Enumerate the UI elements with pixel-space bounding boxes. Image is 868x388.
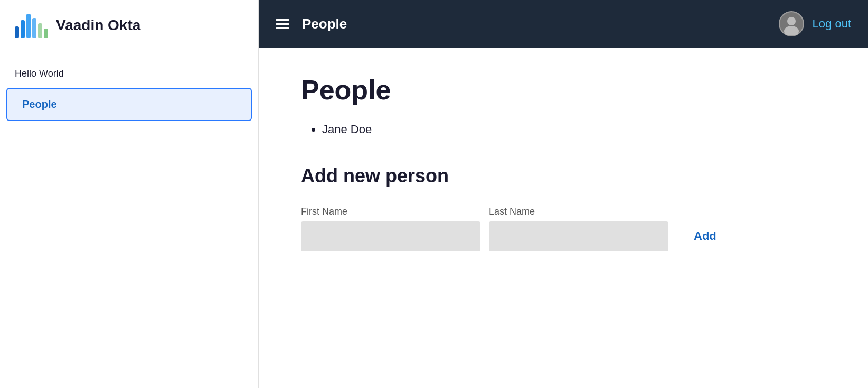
logout-button[interactable]: Log out: [813, 17, 851, 31]
list-item: Jane Doe: [322, 121, 826, 138]
add-person-form: First Name Last Name Add: [301, 206, 826, 251]
svg-rect-4: [38, 23, 42, 38]
hamburger-line-1: [276, 19, 289, 21]
vaadin-logo-svg: [15, 11, 49, 38]
svg-rect-1: [21, 20, 25, 38]
main-area: People Log out People Jane Doe Add new p…: [259, 0, 868, 388]
svg-rect-5: [44, 29, 48, 38]
first-name-input[interactable]: [301, 221, 480, 251]
logo-area: Vaadin Okta: [0, 0, 258, 51]
first-name-label: First Name: [301, 206, 480, 217]
first-name-field: First Name: [301, 206, 480, 251]
sidebar: Vaadin Okta Hello World People: [0, 0, 259, 388]
svg-point-7: [787, 17, 796, 25]
navbar-title: People: [302, 16, 779, 32]
navbar-right: Log out: [779, 11, 851, 36]
add-person-button[interactable]: Add: [677, 221, 733, 251]
add-section-title: Add new person: [301, 165, 826, 187]
app-title: Vaadin Okta: [56, 17, 140, 34]
last-name-field: Last Name: [489, 206, 668, 251]
svg-rect-2: [26, 14, 31, 38]
page-title: People: [301, 74, 826, 106]
svg-rect-3: [32, 18, 36, 38]
logo-icon: [15, 13, 49, 38]
hamburger-line-3: [276, 27, 289, 29]
people-list: Jane Doe: [301, 121, 826, 138]
sidebar-section-hello-world: Hello World: [0, 62, 258, 86]
hamburger-line-2: [276, 23, 289, 25]
sidebar-item-people[interactable]: People: [6, 88, 252, 121]
page-content: People Jane Doe Add new person First Nam…: [259, 48, 868, 388]
last-name-input[interactable]: [489, 221, 668, 251]
user-avatar-icon: [780, 12, 803, 35]
last-name-label: Last Name: [489, 206, 668, 217]
navbar: People Log out: [259, 0, 868, 48]
svg-rect-0: [15, 26, 19, 38]
hamburger-menu-button[interactable]: [276, 19, 289, 29]
avatar: [779, 11, 804, 36]
sidebar-nav: Hello World People: [0, 51, 258, 134]
